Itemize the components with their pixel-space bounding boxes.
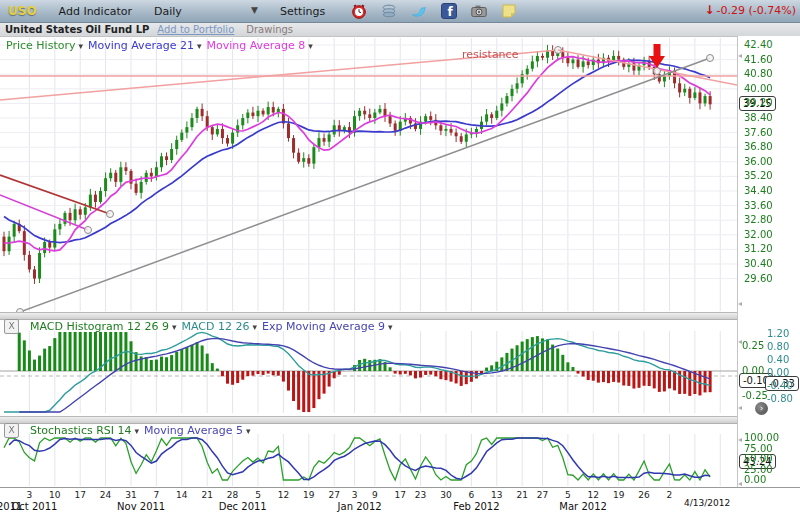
date-tick-label: 5 xyxy=(249,490,267,500)
subheader: United States Oil Fund LP Add to Portfol… xyxy=(0,23,800,37)
change-text: -0.29 (-0.74%) xyxy=(717,4,796,17)
macd-hist-axis-tick: 0.25 xyxy=(742,340,764,351)
macd-line-axis-tick: 0.00 xyxy=(767,367,789,378)
stoch-rsi-label: Stochastics RSI 14 xyxy=(30,424,132,437)
change-indicator: ↓ -0.29 (-0.74%) xyxy=(704,3,796,17)
price-axis-tick: 40.00 xyxy=(744,83,773,94)
date-tick-label: 12 xyxy=(274,490,292,500)
instrument-name: United States Oil Fund LP xyxy=(5,24,149,35)
stoch-axis-tick: 100.00 xyxy=(744,432,779,443)
date-tick-label: 9 xyxy=(366,490,384,500)
chevron-down-icon: ▾ xyxy=(172,322,177,332)
macd-line-axis-tick: 0.80 xyxy=(767,341,789,352)
stoch-axis-tick: 0.00 xyxy=(744,474,766,485)
add-indicator-button[interactable]: Add Indicator xyxy=(59,5,132,18)
date-month-label: Mar 2012 xyxy=(557,501,609,512)
timeframe-value: Daily xyxy=(154,5,182,18)
date-tick-label: 12 xyxy=(584,490,602,500)
price-axis-tick: 38.40 xyxy=(744,112,773,123)
ma5-dropdown[interactable]: Moving Average 5 ▾ xyxy=(144,424,250,437)
date-tick-label: 19 xyxy=(300,490,318,500)
date-tick-label: 17 xyxy=(71,490,89,500)
date-tick-label: 23 xyxy=(412,490,430,500)
price-axis-tick: 37.60 xyxy=(744,127,773,138)
stoch-axis-tick: 25.00 xyxy=(744,464,773,475)
add-to-portfolio-link[interactable]: Add to Portfolio xyxy=(157,24,234,35)
macd-hist-axis-tick: 0.00 xyxy=(742,365,764,376)
date-axis[interactable]: 2011 4/13/2012 3101724317142128512192739… xyxy=(0,487,800,515)
price-legend: Price History ▾ Moving Average 21 ▾ Movi… xyxy=(6,39,313,52)
date-tick-label: 7 xyxy=(147,490,165,500)
note-icon[interactable] xyxy=(501,3,517,19)
stoch-close-button[interactable]: X xyxy=(4,423,19,438)
chevron-down-icon: ▾ xyxy=(135,426,140,436)
price-axis-tick: 42.40 xyxy=(744,39,773,50)
date-month-label: Jan 2012 xyxy=(334,501,386,512)
date-tick-label: 30 xyxy=(437,490,455,500)
price-axis-tick: 34.40 xyxy=(744,185,773,196)
macd-hist-axis-tick: -0.25 xyxy=(742,390,768,401)
stoch-axis-tick: 75.00 xyxy=(744,443,773,454)
ma5-label: Moving Average 5 xyxy=(144,424,243,437)
facebook-icon[interactable]: f xyxy=(441,3,457,19)
date-tick-label: 21 xyxy=(513,490,531,500)
price-axis-tick: 32.80 xyxy=(744,214,773,225)
axis-collapse-icon: ◂ xyxy=(738,299,742,308)
date-tick-label: 3 xyxy=(346,490,364,500)
date-tick-label: 3 xyxy=(20,490,38,500)
macd-histogram-label: MACD Histogram 12 26 9 xyxy=(30,320,169,333)
drawings-button[interactable]: Drawings xyxy=(246,24,293,35)
chevron-down-icon: ▾ xyxy=(246,426,251,436)
axis-collapse-icon: ◂ xyxy=(738,51,742,60)
macd-line-axis-tick: -0.40 xyxy=(767,380,793,391)
chevron-down-icon: ▾ xyxy=(253,322,258,332)
date-tick-label: 14 xyxy=(173,490,191,500)
symbol-badge: USO xyxy=(8,4,37,18)
ema9-dropdown[interactable]: Exp Moving Average 9 ▾ xyxy=(262,320,392,333)
date-tick-label: 27 xyxy=(325,490,343,500)
stoch-rsi-dropdown[interactable]: Stochastics RSI 14 ▾ xyxy=(30,424,139,437)
macd-label: MACD 12 26 xyxy=(182,320,250,333)
price-axis-tick: 32.00 xyxy=(744,229,773,240)
date-tick-label: 5 xyxy=(559,490,577,500)
resistance-annotation[interactable]: resistance xyxy=(462,48,518,61)
ema9-label: Exp Moving Average 9 xyxy=(262,320,385,333)
macd-line-axis-tick: 1.20 xyxy=(767,328,789,339)
axis-collapse-icon: ◂ xyxy=(738,479,742,488)
price-axis-tick: 36.80 xyxy=(744,141,773,152)
price-history-dropdown[interactable]: Price History ▾ xyxy=(6,39,83,52)
date-tick-label: 2 xyxy=(660,490,678,500)
twitter-icon[interactable] xyxy=(411,3,427,19)
timeframe-dropdown[interactable]: Daily ▼ xyxy=(154,5,258,18)
chevron-down-icon: ▼ xyxy=(251,5,258,18)
price-axis-tick: 35.20 xyxy=(744,170,773,181)
camera-icon[interactable] xyxy=(471,3,487,19)
date-month-label: Nov 2011 xyxy=(115,501,167,512)
price-axis-tick: 33.60 xyxy=(744,200,773,211)
ma21-dropdown[interactable]: Moving Average 21 ▾ xyxy=(88,39,201,52)
macd-legend: X MACD Histogram 12 26 9 ▾ MACD 12 26 ▾ … xyxy=(4,319,392,334)
settings-button[interactable]: Settings xyxy=(280,5,325,18)
price-axis-tick: 29.60 xyxy=(744,273,773,284)
date-month-label: Oct 2011 xyxy=(8,501,60,512)
date-tick-label: 17 xyxy=(391,490,409,500)
ma21-label: Moving Average 21 xyxy=(88,39,194,52)
chevron-down-icon: ▾ xyxy=(388,322,393,332)
date-tick-label: 24 xyxy=(97,490,115,500)
price-axis-tick: 41.60 xyxy=(744,54,773,65)
down-arrow-icon: ↓ xyxy=(704,3,714,17)
price-axis-tick: 30.40 xyxy=(744,258,773,269)
ma8-dropdown[interactable]: Moving Average 8 ▾ xyxy=(206,39,312,52)
macd-histogram-dropdown[interactable]: MACD Histogram 12 26 9 ▾ xyxy=(30,320,177,333)
chevron-down-icon: ▾ xyxy=(78,41,83,51)
chevron-down-icon: ▾ xyxy=(197,41,202,51)
alarm-icon[interactable] xyxy=(351,3,367,19)
coins-icon[interactable] xyxy=(381,3,397,19)
date-tick-label: 10 xyxy=(46,490,64,500)
svg-text:f: f xyxy=(448,5,454,19)
macd-close-button[interactable]: X xyxy=(4,319,19,334)
date-tick-label: 21 xyxy=(198,490,216,500)
macd-dropdown[interactable]: MACD 12 26 ▾ xyxy=(182,320,258,333)
toolbar: USO Add Indicator Daily ▼ Settings f ↓ -… xyxy=(0,0,800,23)
date-tick-label: 28 xyxy=(224,490,242,500)
